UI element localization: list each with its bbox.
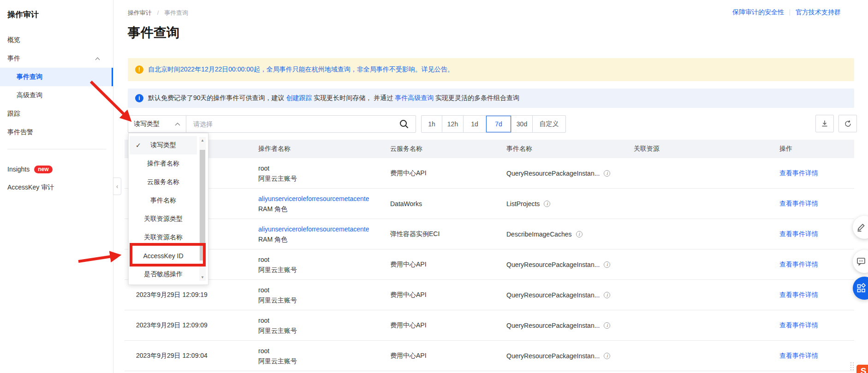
info-icon[interactable]: i bbox=[604, 170, 610, 177]
operator-name: root bbox=[258, 255, 269, 265]
shapes-grid-icon bbox=[856, 283, 866, 293]
view-event-detail-link[interactable]: 查看事件详情 bbox=[779, 158, 818, 188]
dropdown-item[interactable]: AccessKey ID bbox=[130, 247, 197, 265]
view-event-detail-link[interactable]: 查看事件详情 bbox=[779, 280, 818, 310]
search-icon bbox=[399, 119, 409, 129]
sidebar-item-label: Insights bbox=[7, 166, 30, 173]
create-trail-link[interactable]: 创建跟踪 bbox=[286, 94, 312, 101]
table-row: 2023年9月29日 12:09:26root阿里云主账号费用中心APIQuer… bbox=[125, 249, 854, 280]
table-body: 2023年9月29日 12:09:37root阿里云主账号费用中心APIQuer… bbox=[125, 158, 854, 371]
time-range-button[interactable]: 12h bbox=[442, 116, 463, 132]
info-icon[interactable]: i bbox=[604, 261, 610, 268]
dropdown-item[interactable]: 是否敏感操作 bbox=[130, 265, 197, 284]
dropdown-scrollbar[interactable]: ▲ ▼ bbox=[199, 137, 206, 281]
dropdown-item-label: 操作者名称 bbox=[147, 160, 179, 168]
view-event-detail-link[interactable]: 查看事件详情 bbox=[779, 219, 818, 249]
cell-event-time: 2023年9月29日 12:09:04 bbox=[136, 341, 208, 371]
app-title: 操作审计 bbox=[7, 9, 39, 20]
breadcrumb: 操作审计 / 事件查询 bbox=[128, 9, 188, 17]
search-button[interactable] bbox=[392, 116, 416, 132]
scrollbar-thumb[interactable] bbox=[200, 150, 205, 261]
operator-type: RAM 角色 bbox=[258, 204, 287, 214]
watermark-dots bbox=[850, 362, 854, 370]
operator-name[interactable]: aliyunserviceroleforresourcemetacente bbox=[258, 224, 369, 234]
info-icon[interactable]: i bbox=[576, 231, 583, 237]
event-name: QueryResourcePackageInstan... bbox=[506, 170, 600, 177]
filter-dropdown-list: ✓读写类型操作者名称云服务名称事件名称关联资源类型关联资源名称AccessKey… bbox=[129, 136, 208, 284]
sidebar-nav: 概览事件事件查询高级查询跟踪事件告警 bbox=[0, 31, 113, 142]
view-event-detail-link[interactable]: 查看事件详情 bbox=[779, 310, 818, 340]
view-event-detail-link[interactable]: 查看事件详情 bbox=[779, 249, 818, 279]
scroll-down-icon[interactable]: ▼ bbox=[199, 275, 206, 279]
breadcrumb-current: 事件查询 bbox=[164, 9, 188, 16]
advanced-event-query-link[interactable]: 事件高级查询 bbox=[395, 94, 434, 101]
dropdown-item[interactable]: 关联资源名称 bbox=[130, 228, 197, 247]
table-header: 事件时间操作者名称云服务名称事件名称关联资源操作 bbox=[125, 140, 854, 158]
sidebar-item-label: 事件 bbox=[7, 54, 20, 63]
dropdown-item-label: 事件名称 bbox=[150, 196, 176, 205]
info-icon[interactable]: i bbox=[544, 201, 550, 207]
apps-grid-button[interactable] bbox=[853, 277, 868, 300]
download-button[interactable] bbox=[815, 115, 834, 132]
operator-type: 阿里云主账号 bbox=[258, 356, 297, 366]
view-event-detail-link[interactable]: 查看事件详情 bbox=[779, 341, 818, 371]
operator-type: 阿里云主账号 bbox=[258, 173, 297, 184]
sidebar-item[interactable]: 高级查询 bbox=[0, 86, 113, 105]
cell-operator: aliyunserviceroleforresourcemetacenteRAM… bbox=[258, 189, 386, 219]
sidebar-item[interactable]: AccessKey 审计 bbox=[0, 178, 113, 197]
time-range-button[interactable]: 1d bbox=[463, 116, 486, 132]
table-header-cell: 操作 bbox=[779, 140, 792, 158]
time-range-button[interactable]: 30d bbox=[511, 116, 532, 132]
dropdown-item[interactable]: 事件名称 bbox=[130, 191, 197, 210]
dropdown-item[interactable]: ✓读写类型 bbox=[130, 136, 197, 154]
sidebar-item[interactable]: 概览 bbox=[0, 31, 113, 49]
table-header-cell: 事件名称 bbox=[506, 140, 532, 158]
view-event-detail-link[interactable]: 查看事件详情 bbox=[779, 189, 818, 219]
filter-type-select[interactable]: 读写类型 bbox=[128, 116, 186, 132]
cell-operator: root阿里云主账号 bbox=[258, 280, 386, 310]
sidebar-item[interactable]: 事件 bbox=[0, 49, 113, 68]
link-audit-security[interactable]: 保障审计的安全性 bbox=[732, 8, 784, 17]
refresh-button[interactable] bbox=[838, 115, 857, 132]
dropdown-item-label: AccessKey ID bbox=[143, 252, 183, 260]
dropdown-item[interactable]: 关联资源类型 bbox=[130, 210, 197, 228]
link-tech-support-group[interactable]: 官方技术支持群 bbox=[796, 8, 841, 17]
operator-name[interactable]: aliyunserviceroleforresourcemetacente bbox=[258, 194, 369, 204]
info-icon[interactable]: i bbox=[604, 292, 610, 298]
sidebar-item[interactable]: 事件告警 bbox=[0, 123, 113, 142]
scroll-up-icon[interactable]: ▲ bbox=[199, 138, 206, 142]
cell-event-name: QueryResourcePackageInstan...i bbox=[506, 310, 610, 340]
dropdown-item[interactable]: 操作者名称 bbox=[130, 154, 197, 173]
info-banner: i 默认免费记录了90天的操作事件可供查询，建议 创建跟踪 实现更长时间存储， … bbox=[128, 89, 854, 108]
event-name: QueryResourcePackageInstan... bbox=[506, 322, 600, 329]
header-links: 保障审计的安全性 官方技术支持群 bbox=[732, 8, 841, 17]
dropdown-item-label: 是否敏感操作 bbox=[144, 270, 183, 278]
info-icon[interactable]: i bbox=[604, 353, 610, 359]
cell-operator: root阿里云主账号 bbox=[258, 310, 386, 340]
filter-value-input[interactable] bbox=[186, 116, 392, 132]
event-name: QueryResourcePackageInstan... bbox=[506, 352, 600, 360]
sidebar-item-label: 事件查询 bbox=[17, 73, 42, 81]
feedback-comment-button[interactable] bbox=[853, 250, 868, 273]
table-header-cell: 操作者名称 bbox=[258, 140, 291, 158]
cell-service-name: 费用中心API bbox=[390, 310, 427, 340]
sidebar-item-label: 高级查询 bbox=[17, 91, 42, 100]
table-row: 2023年9月29日 12:09:09root阿里云主账号费用中心APIQuer… bbox=[125, 310, 854, 341]
refresh-icon bbox=[844, 120, 852, 128]
operator-type: 阿里云主账号 bbox=[258, 265, 297, 275]
time-range-group: 1h12h1d7d30d自定义 bbox=[421, 115, 566, 133]
sidebar-item[interactable]: 跟踪 bbox=[0, 105, 113, 123]
info-icon[interactable]: i bbox=[604, 322, 610, 329]
time-range-button[interactable]: 自定义 bbox=[532, 116, 565, 132]
cell-service-name: 弹性容器实例ECI bbox=[390, 219, 440, 249]
sidebar-item[interactable]: Insightsnew bbox=[0, 160, 113, 178]
cell-service-name: 费用中心API bbox=[390, 280, 427, 310]
sidebar-item[interactable]: 事件查询 bbox=[0, 68, 113, 86]
sidebar-collapse-handle[interactable]: ‹ bbox=[113, 178, 121, 195]
check-icon: ✓ bbox=[136, 142, 141, 149]
time-range-button[interactable]: 1h bbox=[422, 116, 442, 132]
time-range-button[interactable]: 7d bbox=[486, 116, 511, 132]
feedback-edit-button[interactable] bbox=[853, 216, 868, 239]
breadcrumb-root[interactable]: 操作审计 bbox=[128, 9, 152, 16]
dropdown-item[interactable]: 云服务名称 bbox=[130, 173, 197, 191]
